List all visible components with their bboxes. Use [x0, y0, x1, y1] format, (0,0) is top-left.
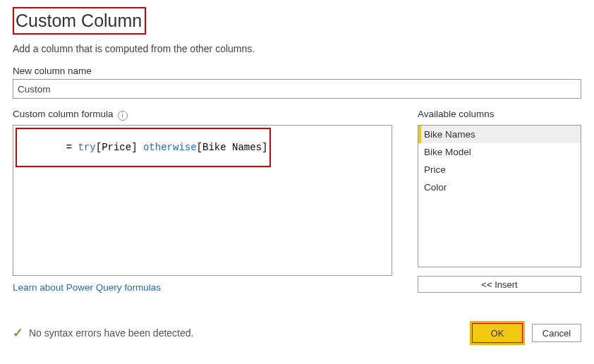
checkmark-icon: ✓ — [13, 325, 23, 341]
status-text: No syntax errors have been detected. — [29, 327, 193, 339]
new-column-name-label: New column name — [13, 66, 581, 76]
formula-kw-otherwise: otherwise — [143, 142, 197, 153]
available-columns-list[interactable]: Bike Names Bike Model Price Color — [418, 125, 581, 267]
formula-seg2: [Bike Names] — [197, 142, 268, 153]
available-column-item[interactable]: Color — [418, 178, 581, 196]
dialog-subtitle: Add a column that is computed from the o… — [13, 43, 581, 54]
available-column-item[interactable]: Price — [418, 161, 581, 178]
info-icon[interactable]: i — [118, 111, 128, 121]
formula-kw-try: try — [78, 142, 96, 153]
available-column-item[interactable]: Bike Model — [418, 143, 581, 161]
formula-editor[interactable]: = try[Price] otherwise[Bike Names] — [13, 125, 392, 276]
new-column-name-input[interactable] — [13, 79, 581, 99]
learn-link[interactable]: Learn about Power Query formulas — [13, 282, 161, 293]
insert-button[interactable]: << Insert — [418, 276, 581, 293]
formula-prefix: = — [66, 142, 78, 153]
formula-label: Custom column formula — [13, 109, 114, 119]
cancel-button[interactable]: Cancel — [532, 324, 581, 342]
available-columns-label: Available columns — [418, 109, 581, 119]
ok-button-highlight: OK — [470, 321, 525, 345]
dialog-title: Custom Column — [13, 7, 146, 35]
formula-seg1: [Price] — [96, 142, 143, 153]
ok-button[interactable]: OK — [473, 324, 522, 342]
available-column-item[interactable]: Bike Names — [418, 126, 581, 143]
